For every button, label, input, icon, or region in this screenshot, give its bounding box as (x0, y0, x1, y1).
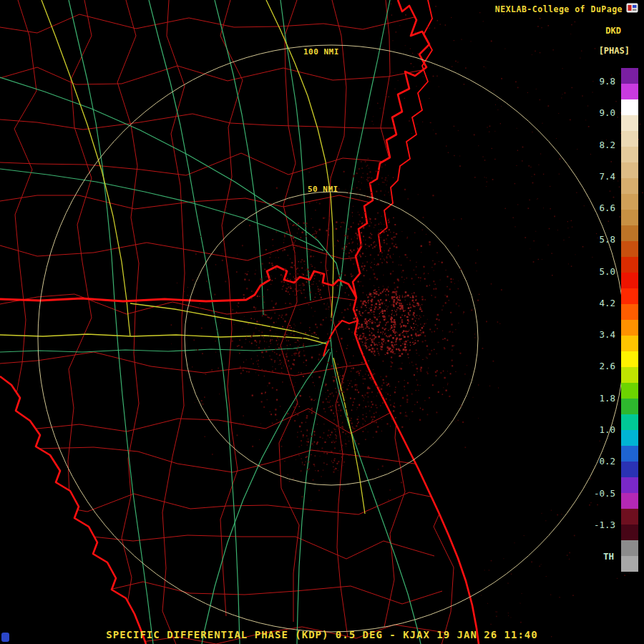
colorbar-segment (621, 225, 638, 241)
county-line (279, 0, 299, 622)
colorbar-tick-label: 6.6 (599, 204, 615, 213)
highway-green (0, 169, 323, 250)
colorbar-tick-label: 4.2 (599, 299, 615, 308)
colorbar-segment (621, 336, 638, 351)
colorbar-segment (621, 320, 638, 336)
colorbar-tick-label: 7.4 (599, 172, 615, 181)
colorbar-segment (621, 540, 638, 556)
county-line (0, 153, 424, 175)
highway-yellow (42, 0, 130, 336)
barrier-islands (379, 0, 432, 252)
county-line (0, 582, 442, 604)
highway-green (297, 352, 331, 644)
county-line (0, 535, 434, 559)
highway-green (215, 0, 263, 315)
colorbar-tick-label: 0.2 (599, 457, 615, 466)
county-line (0, 192, 469, 212)
highway-green (69, 0, 153, 644)
colorbar-segment (621, 99, 638, 115)
colorbar-segment (621, 241, 638, 257)
colorbar-tick-label: 5.0 (599, 268, 615, 276)
colorbar-segment (621, 430, 638, 446)
county-line (68, 0, 92, 609)
colorbar-tick-label: 1.0 (599, 426, 615, 434)
colorbar-tick-label: 2.6 (599, 362, 615, 371)
colorbar-segment (621, 509, 638, 525)
county-line (14, 0, 36, 619)
colorbar-tick-label: -1.3 (594, 521, 615, 530)
colorbar-segment (621, 194, 638, 210)
colorbar-segment (621, 288, 638, 304)
colorbar-segment (621, 304, 638, 320)
colorbar-tick-label: 9.8 (599, 77, 615, 86)
colorbar-segment (621, 556, 638, 572)
county-line (0, 447, 464, 472)
colorbar-segment (621, 493, 638, 509)
colorbar-segment (621, 178, 638, 194)
colorbar-segment (621, 131, 638, 147)
colorbar-segment (621, 115, 638, 131)
colorbar-tick-label: 8.2 (599, 141, 615, 150)
highway-yellow (333, 358, 365, 514)
colorbar-segment (621, 367, 638, 383)
colorbar-segment (621, 257, 638, 273)
colorbar-segment (621, 525, 638, 540)
range-rings (38, 45, 625, 632)
colorbar-tick-label: -0.5 (594, 489, 615, 498)
colorbar-segment (621, 68, 638, 84)
colorbar-tick-label: 3.4 (599, 331, 615, 339)
range-ring-label-100nmi: 100 NMI (303, 47, 339, 57)
county-line (220, 0, 243, 616)
colorbar-segment (621, 84, 638, 99)
colorbar-segment (621, 477, 638, 493)
colorbar (621, 68, 638, 572)
county-line (381, 0, 405, 627)
county-line (0, 114, 460, 135)
colorbar-segment (621, 446, 638, 462)
corner-mark (1, 633, 9, 642)
colorbar-tick-label: 5.8 (599, 235, 615, 244)
range-ring-label-50nmi: 50 NMI (308, 185, 338, 194)
range-ring-50nmi (185, 192, 478, 485)
site-title: NEXLAB-College of DuPage (495, 4, 623, 14)
product-caption: SPECIFIC DIFFERENTIAL PHASE (KDP) 0.5 DE… (0, 629, 644, 640)
colorbar-tick-label: 1.8 (599, 394, 615, 403)
colorbar-product-code: DKD (605, 26, 621, 36)
colorbar-segment (621, 273, 638, 288)
colorbar-segment (621, 210, 638, 225)
radar-display: 100 NMI 50 NMI NEXLAB-College of DuPage … (0, 0, 644, 644)
radar-map (0, 0, 644, 644)
cod-logo-icon (626, 3, 638, 13)
colorbar-units-label: [PHAS] (599, 46, 630, 56)
highway-green (202, 349, 329, 644)
county-boundaries (0, 0, 470, 644)
colorbar-segment (621, 147, 638, 162)
county-line (0, 352, 429, 376)
colorbar-segment (621, 383, 638, 399)
radar-echoes (171, 4, 643, 638)
colorbar-segment (621, 462, 638, 477)
colorbar-segment (621, 351, 638, 367)
colorbar-segment (621, 399, 638, 414)
colorbar-threshold-label: TH (603, 551, 614, 562)
colorbar-segment (621, 414, 638, 430)
county-line (0, 14, 469, 33)
highway-yellow (0, 334, 328, 344)
county-line (326, 0, 348, 638)
highway-green (0, 77, 342, 286)
range-ring-100nmi (38, 45, 625, 632)
colorbar-tick-label: 9.0 (599, 109, 615, 117)
colorbar-segment (621, 162, 638, 178)
